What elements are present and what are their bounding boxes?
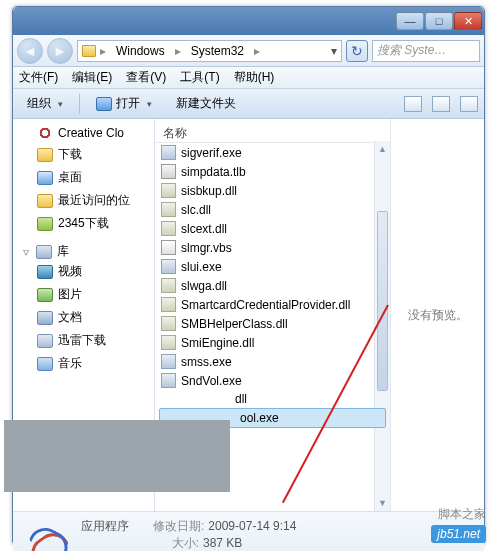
library-icon [36,245,52,259]
sidebar-item-creative-cloud[interactable]: Creative Clo [15,123,152,143]
sidebar-label: 视频 [58,263,82,280]
folder-icon [82,45,96,57]
preview-pane: 没有预览。 [391,119,484,511]
file-name: slmgr.vbs [181,241,232,255]
scroll-down-icon[interactable]: ▼ [375,495,390,511]
address-dropdown-icon[interactable]: ▾ [331,44,337,58]
minimize-button[interactable]: — [396,12,424,30]
folder-icon [37,148,53,162]
menu-file[interactable]: 文件(F) [19,69,58,86]
sidebar-label: 下载 [58,146,82,163]
toolbar-sep [79,94,80,114]
date-label: 修改日期: [142,518,204,535]
back-button[interactable]: ◄ [17,38,43,64]
sidebar-label: 最近访问的位 [58,192,130,209]
file-row[interactable]: SMBHelperClass.dll [155,314,390,333]
file-row[interactable]: slwga.dll [155,276,390,295]
refresh-button[interactable]: ↻ [346,40,368,62]
file-icon [161,202,176,217]
search-input[interactable]: 搜索 Syste… [372,40,480,62]
sidebar-label: 图片 [58,286,82,303]
view-options-button[interactable] [404,96,422,112]
file-name: sisbkup.dll [181,184,237,198]
watermark: jb51.net [431,525,486,543]
status-bar: 应用程序 修改日期:2009-07-14 9:14 大小:387 KB [13,511,484,551]
organize-button[interactable]: 组织 [19,92,71,115]
forward-button[interactable]: ► [47,38,73,64]
new-folder-button[interactable]: 新建文件夹 [168,92,244,115]
toolbar: 组织 打开 新建文件夹 [13,89,484,119]
file-row[interactable]: sisbkup.dll [155,181,390,200]
file-row[interactable]: sigverif.exe [155,143,390,162]
file-icon [161,335,176,350]
sidebar-label: 文档 [58,309,82,326]
breadcrumb-sep: ▸ [100,44,106,58]
sidebar-item-video[interactable]: 视频 [15,260,152,283]
watermark-cn: 脚本之家 [438,506,486,523]
creative-cloud-icon [37,126,53,140]
breadcrumb-sep: ▸ [254,44,260,58]
file-row[interactable]: SndVol.exe [155,371,390,390]
file-icon [161,297,176,312]
file-name: SndVol.exe [181,374,242,388]
address-bar[interactable]: ▸ Windows ▸ System32 ▸ ▾ [77,40,342,62]
maximize-button[interactable]: □ [425,12,453,30]
sidebar-item-downloads[interactable]: 下载 [15,143,152,166]
sidebar-item-pictures[interactable]: 图片 [15,283,152,306]
file-name: sigverif.exe [181,146,242,160]
sidebar-item-music[interactable]: 音乐 [15,352,152,375]
preview-pane-button[interactable] [432,96,450,112]
menu-edit[interactable]: 编辑(E) [72,69,112,86]
titlebar[interactable]: — □ ✕ [13,7,484,35]
sidebar-item-recent[interactable]: 最近访问的位 [15,189,152,212]
file-name: slc.dll [181,203,211,217]
sidebar-label: 迅雷下载 [58,332,106,349]
menu-bar: 文件(F) 编辑(E) 查看(V) 工具(T) 帮助(H) [13,67,484,89]
sidebar-item-xunlei[interactable]: 迅雷下载 [15,329,152,352]
file-icon [161,259,176,274]
sidebar-item-desktop[interactable]: 桌面 [15,166,152,189]
file-icon [161,278,176,293]
file-icon [161,373,176,388]
file-row[interactable]: simpdata.tlb [155,162,390,181]
file-icon [161,183,176,198]
close-button[interactable]: ✕ [454,12,482,30]
column-header-name[interactable]: 名称 [155,121,390,143]
sidebar-item-2345[interactable]: 2345下载 [15,212,152,235]
sidebar-group-libraries[interactable]: ▿库 [15,243,152,260]
file-name: ool.exe [240,411,279,425]
file-row-fragment[interactable]: dll [155,390,390,408]
file-row[interactable]: slui.exe [155,257,390,276]
size-value: 387 KB [203,536,242,550]
file-type: 应用程序 [81,519,129,533]
sidebar-label: Creative Clo [58,126,124,140]
sidebar-label: 桌面 [58,169,82,186]
music-icon [37,357,53,371]
sidebar-item-documents[interactable]: 文档 [15,306,152,329]
desktop-icon [37,171,53,185]
file-row[interactable]: SmartcardCredentialProvider.dll [155,295,390,314]
folder-icon [37,334,53,348]
open-button[interactable]: 打开 [88,92,160,115]
file-name: smss.exe [181,355,232,369]
menu-tools[interactable]: 工具(T) [180,69,219,86]
file-icon [161,164,176,179]
file-row[interactable]: slcext.dll [155,219,390,238]
file-icon [161,145,176,160]
file-name: slwga.dll [181,279,227,293]
file-row[interactable]: slc.dll [155,200,390,219]
menu-help[interactable]: 帮助(H) [234,69,275,86]
breadcrumb-system32[interactable]: System32 [185,42,250,60]
collapse-icon[interactable]: ▿ [23,245,31,259]
documents-icon [37,311,53,325]
breadcrumb-windows[interactable]: Windows [110,42,171,60]
redaction-overlay [4,420,230,492]
pictures-icon [37,288,53,302]
help-button[interactable] [460,96,478,112]
file-row[interactable]: slmgr.vbs [155,238,390,257]
menu-view[interactable]: 查看(V) [126,69,166,86]
file-row[interactable]: SmiEngine.dll [155,333,390,352]
file-icon [161,354,176,369]
folder-icon [37,217,53,231]
file-name: SmartcardCredentialProvider.dll [181,298,350,312]
